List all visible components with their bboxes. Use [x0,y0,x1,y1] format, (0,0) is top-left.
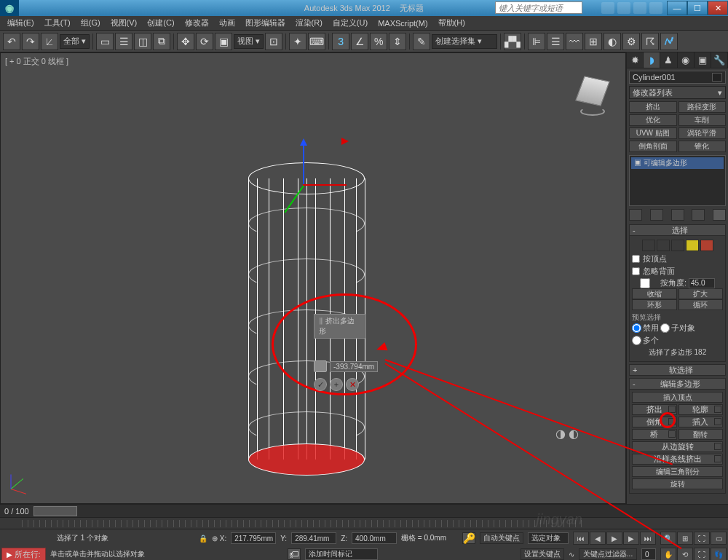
selection-filter[interactable]: 全部 ▾ [60,34,90,49]
edit-polygons-rollout-header[interactable]: -编辑多边形 [629,378,726,390]
modify-tab[interactable]: ◗ [644,52,660,68]
polygon-subobj-icon[interactable] [686,240,699,251]
zoom-extents-icon[interactable]: ⛶ [694,532,710,545]
infocenter-icon[interactable] [601,2,614,14]
outline-button[interactable]: 轮廓 [678,404,724,415]
material-editor-button[interactable]: ◐ [604,33,621,50]
mod-btn[interactable]: 倒角剖面 [629,141,677,152]
ring-button[interactable]: 环形 [632,299,677,310]
hierarchy-tab[interactable]: ♟ [660,52,677,68]
help-search-input[interactable] [496,2,582,13]
zoom-icon[interactable]: 🔍 [660,532,676,545]
snap-toggle[interactable]: 3 [332,33,349,50]
preview-off-radio[interactable] [632,323,641,333]
caddy-title[interactable]: ‖ 挤出多边形 [314,314,366,339]
align-button[interactable]: ⊫ [528,33,545,50]
hinge-settings-icon[interactable] [714,443,721,450]
angle-spinner[interactable] [689,278,715,288]
menu-graph[interactable]: 图形编辑器 [241,16,290,30]
grow-button[interactable]: 扩大 [678,288,724,299]
menu-animation[interactable]: 动画 [215,16,240,30]
current-frame-field[interactable]: 0 [641,548,656,560]
menu-customize[interactable]: 自定义(U) [328,16,372,30]
curve-editor-button[interactable]: 〰 [566,33,583,50]
extrude-along-spline-button[interactable]: 沿样条线挤出 [632,454,723,465]
by-vertex-checkbox[interactable] [632,255,640,263]
transform-gizmo[interactable] [303,141,347,218]
remove-mod-icon[interactable] [692,209,705,221]
menu-tools[interactable]: 工具(T) [40,16,75,30]
outline-settings-icon[interactable] [714,406,721,413]
zoom-all-icon[interactable]: ⊞ [677,532,693,545]
minimize-button[interactable]: — [667,1,687,15]
communication-icon[interactable] [617,2,630,14]
orbit-icon[interactable]: ⟲ [677,548,693,560]
show-end-icon[interactable] [650,209,663,221]
named-selection-set[interactable]: 创建选择集 ▾ [432,34,497,49]
caddy-apply-button[interactable]: + [330,378,343,391]
soft-selection-rollout-header[interactable]: +软选择 [629,364,726,376]
pan-icon[interactable]: ✋ [660,548,676,560]
preview-multi-radio[interactable] [632,336,641,345]
layer-manager-button[interactable]: ☰ [547,33,564,50]
help-search[interactable] [495,1,582,14]
select-button[interactable]: ▭ [96,33,114,50]
edit-named-sets-button[interactable]: ✎ [413,33,430,50]
scale-button[interactable]: ▣ [215,33,232,50]
key-filter-mode[interactable]: 选定对象 [528,532,569,544]
caddy-value[interactable]: -393.794mm [330,361,378,372]
bridge-settings-icon[interactable] [668,430,676,438]
configure-sets-icon[interactable] [713,209,726,221]
display-tab[interactable]: ▣ [695,52,711,68]
inset-settings-icon[interactable] [714,418,721,425]
ref-coord-system[interactable]: 视图 ▾ [234,34,264,49]
edit-tri-button[interactable]: 编辑三角剖分 [632,466,723,477]
percent-snap-toggle[interactable]: % [370,33,387,50]
gizmo-z-axis[interactable] [303,141,304,184]
object-color-swatch[interactable] [712,73,722,82]
render-setup-button[interactable]: ⚙ [622,33,640,50]
viewport-label[interactable]: [ + 0 正交 0 线框 ] [5,56,68,67]
setkey-button[interactable]: 设置关键点 [521,548,564,560]
move-button[interactable]: ✥ [177,33,194,50]
preview-subobj-radio[interactable] [660,323,670,333]
mod-btn[interactable]: 路径变形 [678,101,727,113]
pin-stack-icon[interactable] [629,209,642,221]
menu-group[interactable]: 组(G) [76,16,105,30]
autokey-button[interactable]: 自动关键点 [480,532,523,544]
next-frame-button[interactable]: ▶ [623,532,639,545]
bevel-button[interactable]: 倒角 [632,417,677,427]
time-tag-icon[interactable]: 🏷 [288,548,301,560]
menu-render[interactable]: 渲染(R) [291,16,327,30]
border-subobj-icon[interactable] [671,240,684,251]
caddy-cancel-button[interactable]: ✕ [346,378,359,391]
utilities-tab[interactable]: 🔧 [711,52,728,68]
spinner-snap-toggle[interactable]: ⇕ [389,33,406,50]
loop-button[interactable]: 循环 [678,299,724,310]
caddy-ok-button[interactable]: ✓ [314,378,327,391]
steering-wheel-icon[interactable]: ◑ ◐ [555,427,579,441]
element-subobj-icon[interactable] [700,240,713,251]
menu-views[interactable]: 视图(V) [106,16,142,30]
make-unique-icon[interactable] [671,209,684,221]
extrude-settings-icon[interactable] [668,406,676,413]
favorites-icon[interactable] [633,2,646,14]
key-filters-button[interactable]: 关键点过滤器... [579,548,637,560]
add-time-tag[interactable]: 添加时间标记 [305,548,378,560]
prev-frame-button[interactable]: ◀ [590,532,606,545]
modifier-list-dropdown[interactable]: 修改器列表▾ [629,86,726,99]
maximize-button[interactable]: ☐ [687,1,708,15]
keyboard-shortcut-button[interactable]: ⌨ [308,33,325,50]
manipulate-button[interactable]: ✦ [289,33,306,50]
mod-btn[interactable]: 锥化 [678,141,727,152]
gizmo-x-axis[interactable] [303,184,347,186]
schematic-button[interactable]: ⊞ [585,33,602,50]
ignore-backfacing-checkbox[interactable] [632,267,640,275]
render-button[interactable]: 🗲 [660,33,678,50]
vertex-subobj-icon[interactable] [642,240,655,251]
z-coord-field[interactable]: 400.0mm [352,532,397,544]
by-angle-checkbox[interactable] [632,278,658,288]
rotate-button[interactable]: ⟳ [196,33,213,50]
y-coord-field[interactable]: 289.41mm [291,532,336,544]
render-frame-button[interactable]: ☈ [641,33,659,50]
